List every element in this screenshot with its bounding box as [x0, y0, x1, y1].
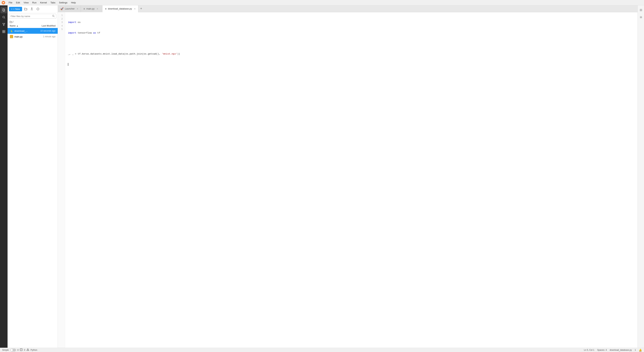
file-name-main: main.py	[14, 35, 32, 38]
menu-help[interactable]: Help	[70, 1, 77, 4]
language-label: Python	[30, 349, 37, 351]
menu-tabs[interactable]: Tabs	[49, 1, 57, 4]
statusbar: Simple 0 0 Python Ln 5, Col 1 Spaces: 4 …	[0, 348, 644, 352]
tab-launcher-close[interactable]: ×	[77, 7, 78, 10]
new-button[interactable]: + + New	[9, 7, 22, 11]
svg-line-16	[54, 16, 54, 17]
launcher-tab-icon: 🚀	[60, 7, 64, 10]
editor-area: 🚀 Launcher × ≡ main.py × ≡ download_data…	[58, 5, 638, 348]
main-py-tab-icon: ≡	[84, 7, 85, 10]
search-input[interactable]	[10, 15, 52, 17]
tab-main-py-label: main.py	[86, 7, 95, 10]
code-line-5	[68, 63, 635, 66]
active-filename: download_database.py	[610, 349, 632, 351]
cursor-position: Ln 5, Col 1	[584, 349, 594, 351]
file-modified-download: 10 seconds ago	[32, 30, 56, 32]
sort-name-button[interactable]: Name ▲	[10, 24, 32, 27]
menu-file[interactable]: File	[7, 1, 14, 4]
tab-bar: 🚀 Launcher × ≡ main.py × ≡ download_data…	[58, 5, 638, 12]
menu-run[interactable]: Run	[31, 1, 38, 4]
breadcrumb: /	[8, 20, 58, 24]
code-line-3	[68, 42, 635, 45]
svg-text:🐍: 🐍	[10, 30, 13, 32]
error-count: 0	[18, 349, 19, 351]
right-sidebar	[638, 5, 644, 348]
main-layout: + + New	[0, 5, 644, 348]
tab-download-db-label: download_database.py	[108, 7, 132, 10]
menubar: File Edit View Run Kernel Tabs Settings …	[0, 0, 644, 5]
svg-point-15	[52, 15, 54, 16]
modified-column-label: Last Modified	[32, 24, 56, 27]
plus-icon: +	[11, 8, 12, 10]
search-box	[9, 14, 56, 19]
breadcrumb-path: /	[13, 20, 14, 23]
simple-mode-label: Simple	[2, 349, 9, 351]
file-panel-toolbar: + + New	[8, 5, 58, 13]
list-item[interactable]: 🐍 main.py 1 minute ago	[8, 34, 58, 39]
search-sidebar-icon[interactable]	[0, 14, 7, 20]
folder-icon	[10, 21, 12, 23]
svg-rect-3	[3, 9, 5, 11]
file-list-header: Name ▲ Last Modified	[8, 24, 58, 28]
python-file-icon-yellow: 🐍	[10, 35, 13, 38]
search-icon	[52, 15, 54, 18]
notification-count: 1	[635, 349, 636, 351]
tab-launcher-label: Launcher	[65, 7, 74, 10]
svg-line-5	[4, 18, 5, 18]
menu-edit[interactable]: Edit	[14, 1, 22, 4]
file-list: 🐍 download_... 10 seconds ago 🐍 main.py …	[8, 28, 58, 348]
warning-icon	[26, 349, 29, 352]
svg-rect-11	[2, 30, 4, 31]
tab-download-db-close[interactable]: ×	[134, 7, 136, 10]
file-icon-download: 🐍	[10, 29, 13, 33]
file-modified-main: 1 minute ago	[32, 35, 56, 38]
tab-main-py[interactable]: ≡ main.py ×	[81, 5, 102, 12]
icon-sidebar	[0, 5, 8, 348]
svg-text:🐍: 🐍	[10, 35, 13, 38]
code-line-1: import os	[68, 21, 635, 24]
right-settings-gear[interactable]	[638, 14, 644, 20]
sort-arrow-icon: ▲	[16, 24, 18, 27]
file-name-download: download_...	[14, 30, 32, 32]
statusbar-right: Ln 5, Col 1 Spaces: 4 download_database.…	[584, 349, 642, 352]
mode-toggle[interactable]	[10, 349, 16, 352]
line-numbers: 1 2 3 4 5	[58, 12, 65, 348]
tab-launcher[interactable]: 🚀 Launcher ×	[58, 5, 81, 12]
svg-point-7	[4, 23, 5, 24]
download-db-tab-icon: ≡	[105, 7, 106, 10]
tab-download-db[interactable]: ≡ download_database.py ×	[102, 5, 138, 12]
settings-icon[interactable]	[638, 7, 644, 13]
tab-main-py-close[interactable]: ×	[97, 7, 98, 10]
toggle-knob	[10, 349, 13, 351]
upload-button[interactable]	[29, 6, 34, 11]
add-tab-button[interactable]: +	[138, 5, 144, 12]
menu-kernel[interactable]: Kernel	[39, 1, 48, 4]
list-item[interactable]: 🐍 download_... 10 seconds ago	[8, 28, 58, 34]
git-icon[interactable]	[0, 21, 7, 28]
menu-view[interactable]: View	[22, 1, 30, 4]
extensions-icon[interactable]	[0, 28, 7, 35]
refresh-button[interactable]	[36, 6, 40, 11]
svg-point-21	[640, 9, 642, 10]
files-icon[interactable]	[0, 7, 7, 13]
name-column-label: Name	[10, 24, 16, 27]
svg-line-10	[4, 24, 4, 25]
app-logo	[2, 1, 6, 5]
svg-rect-12	[4, 30, 5, 31]
svg-rect-13	[2, 32, 4, 33]
file-panel: + + New	[8, 5, 58, 348]
svg-rect-2	[2, 8, 4, 11]
svg-rect-14	[4, 32, 5, 33]
bell-icon: 🔔	[639, 349, 642, 352]
menu-settings[interactable]: Settings	[58, 1, 69, 4]
error-icon	[20, 349, 22, 352]
new-label: + New	[13, 8, 20, 10]
code-content[interactable]: import os import tensorflow as tf _, _ =…	[65, 12, 638, 348]
new-folder-button[interactable]	[23, 6, 28, 11]
code-editor[interactable]: 1 2 3 4 5 import os import tensorflow as…	[58, 12, 638, 348]
svg-point-6	[3, 23, 4, 24]
python-file-icon: 🐍	[10, 29, 13, 32]
svg-point-22	[640, 17, 641, 18]
statusbar-left: Simple 0 0 Python	[2, 349, 37, 352]
file-icon-main: 🐍	[10, 35, 13, 38]
